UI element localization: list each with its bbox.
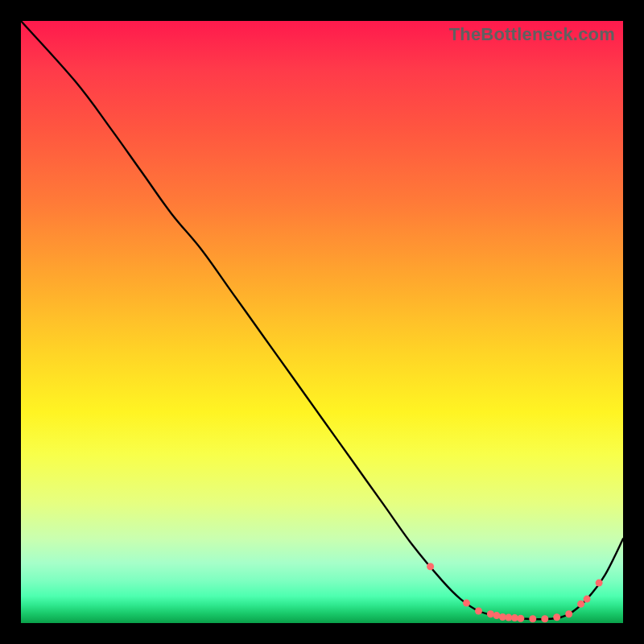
curve-marker [463, 600, 470, 607]
chart-frame: TheBottleneck.com [0, 0, 644, 644]
curve-marker [541, 615, 548, 622]
curve-marker [517, 615, 524, 622]
curve-marker [487, 610, 494, 617]
plot-area: TheBottleneck.com [21, 21, 623, 623]
curve-marker [475, 608, 482, 615]
curve-marker [577, 601, 584, 608]
curve-marker [553, 613, 560, 621]
curve-marker [493, 612, 500, 619]
bottleneck-curve [21, 21, 623, 619]
curve-layer [21, 21, 623, 623]
curve-marker [529, 615, 536, 622]
curve-marker [596, 580, 603, 587]
curve-marker [565, 610, 572, 617]
curve-marker [427, 563, 434, 570]
curve-marker [584, 596, 591, 603]
